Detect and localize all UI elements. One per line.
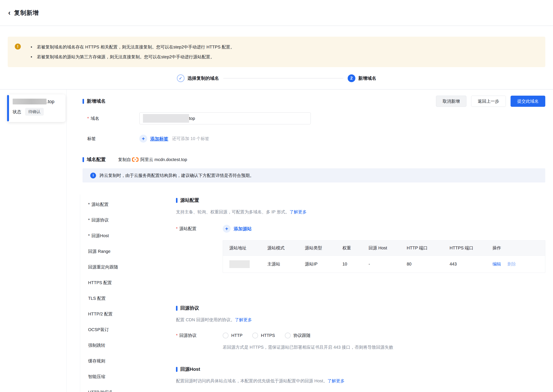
protocol-field-label-text: 回源协议 [180, 333, 197, 338]
cell-http-port: 80 [400, 256, 443, 273]
redacted-domain [13, 99, 47, 105]
radio-circle-icon [285, 333, 291, 338]
config-nav-item-force-redirect[interactable]: 强制跳转 [88, 337, 176, 353]
host-description: 配置回源时访问的具体站点域名，本配置的优先级低于源站配置中的回源 Host。了解… [176, 378, 553, 384]
config-nav-item-http-headers[interactable]: HTTP 响应头 [88, 385, 176, 392]
domain-label-text: 域名 [91, 116, 99, 121]
origin-config-block: 源站配置 支持主备、轮询、权重回源，可配置为多域名、多 IP 形式。了解更多 *… [176, 197, 553, 273]
config-nav-item-tls[interactable]: TLS 配置 [88, 291, 176, 306]
add-domain-section-title: 新增域名 [83, 98, 106, 105]
col-host: 回源 Host [362, 241, 400, 256]
warning-line: • 若被复制域名的域名存在 HTTPS 相关配置，则无法直接复制。您可以在ste… [31, 42, 235, 52]
config-nav-item-redirect-follow[interactable]: 回源重定向跟随 [88, 259, 176, 275]
config-nav-item-host[interactable]: * 回源Host [88, 228, 176, 244]
page-header: ‹ 复制新增 [0, 0, 553, 26]
domain-card[interactable]: .top 状态 待确认 [7, 94, 65, 122]
section-title-text: 回源协议 [180, 305, 199, 311]
host-block: 回源Host 配置回源时访问的具体站点域名，本配置的优先级低于源站配置中的回源 … [176, 366, 553, 384]
config-nav-label: 回源 Range [88, 249, 111, 254]
info-text: 跨云复制时，由于云服务商配置结构异构，建议确认下方配置详情是否符合预期。 [100, 173, 254, 178]
protocol-description: 配置 CDN 回源时使用的协议。了解更多 [176, 317, 553, 323]
required-marker: * [88, 202, 90, 207]
origin-field-row: * 源站配置 + 添加源站 [176, 225, 553, 233]
origin-description: 支持主备、轮询、权重回源，可配置为多域名、多 IP 形式。了解更多 [176, 209, 553, 215]
step-2[interactable]: 2 新增域名 [348, 74, 376, 82]
add-tag-button[interactable]: + 添加标签 [139, 135, 168, 143]
delete-origin-link[interactable]: 删除 [507, 262, 516, 266]
copied-from-row: 复制自 阿里云 mcdn.doctest.top [118, 157, 187, 162]
config-nav: * 源站配置 * 回源协议 * 回源Host 回源 Range 回源重定向跟随 [80, 195, 176, 392]
info-icon: i [90, 173, 96, 178]
config-detail: 源站配置 支持主备、轮询、权重回源，可配置为多域名、多 IP 形式。了解更多 *… [176, 195, 553, 392]
config-nav-item-range[interactable]: 回源 Range [88, 244, 176, 259]
radio-https[interactable]: HTTPS [252, 333, 275, 338]
config-area: * 源站配置 * 回源协议 * 回源Host 回源 Range 回源重定向跟随 [80, 195, 553, 392]
action-buttons: 取消新增 返回上一步 提交此域名 [436, 96, 545, 107]
section-title-text: 回源Host [180, 366, 200, 372]
col-origin-type: 源站类型 [299, 241, 336, 256]
section-title-text: 域名配置 [87, 156, 106, 163]
col-http-port: HTTP 端口 [400, 241, 443, 256]
cancel-add-button[interactable]: 取消新增 [436, 96, 466, 107]
tag-label-text: 标签 [87, 136, 96, 141]
host-description-text: 配置回源时访问的具体站点域名，本配置的优先级低于源站配置中的回源 Host。 [176, 378, 327, 383]
add-origin-button[interactable]: + 添加源站 [223, 225, 252, 233]
radio-https-label: HTTPS [261, 333, 275, 338]
warning-line: • 若被复制域名的源站为第三方存储源，则无法直接复制。您可以在step2中手动进… [31, 52, 235, 62]
radio-circle-icon [223, 333, 228, 338]
origin-field-label: * 源站配置 [176, 226, 223, 231]
config-nav-label: HTTPS 配置 [88, 280, 112, 286]
required-marker: * [87, 116, 89, 121]
protocol-radio-group: HTTP HTTPS 协议跟随 [223, 333, 311, 338]
host-section-title: 回源Host [176, 366, 553, 372]
config-nav-item-https[interactable]: HTTPS 配置 [88, 275, 176, 291]
config-nav-label: 强制跳转 [88, 343, 105, 348]
required-marker: * [88, 233, 90, 238]
config-nav-item-origin[interactable]: * 源站配置 [88, 197, 176, 212]
tag-hint: 还可添加 10 个标签 [172, 136, 209, 141]
step-indicator: ✓ 选择复制的域名 2 新增域名 [0, 67, 553, 90]
back-icon[interactable]: ‹ [8, 9, 11, 16]
radio-follow[interactable]: 协议跟随 [285, 333, 311, 338]
bullet-icon: • [31, 52, 32, 62]
origin-section-title: 源站配置 [176, 197, 553, 203]
config-nav-label: OCSP装订 [88, 327, 109, 333]
protocol-learn-more-link[interactable]: 了解更多 [235, 317, 252, 322]
config-nav-item-protocol[interactable]: * 回源协议 [88, 212, 176, 228]
col-origin-mode: 源站模式 [261, 241, 299, 256]
protocol-field-row: * 回源协议 HTTP HTTPS [176, 333, 553, 338]
required-marker: * [176, 226, 178, 231]
cell-origin-address [223, 256, 261, 273]
required-marker: * [176, 333, 178, 338]
config-nav-item-smart-compress[interactable]: 智能压缩 [88, 369, 176, 385]
aliyun-logo-icon [132, 157, 139, 162]
status-label: 状态 [13, 109, 21, 115]
domain-input-suffix: top [189, 116, 195, 121]
config-nav-item-ocsp[interactable]: OCSP装订 [88, 322, 176, 337]
step-1-label: 选择复制的域名 [187, 75, 219, 81]
warning-lines: • 若被复制域名的域名存在 HTTPS 相关配置，则无法直接复制。您可以在ste… [31, 42, 235, 62]
edit-origin-link[interactable]: 编辑 [492, 262, 501, 266]
domain-field-row: * 域名 top [83, 112, 553, 124]
config-nav-label: TLS 配置 [88, 295, 106, 301]
config-nav-item-http2[interactable]: HTTP/2 配置 [88, 306, 176, 322]
radio-http[interactable]: HTTP [223, 333, 242, 338]
cell-actions: 编辑 删除 [486, 256, 545, 273]
add-origin-label: 添加源站 [234, 226, 252, 232]
config-nav-item-cache-rules[interactable]: 缓存规则 [88, 353, 176, 369]
col-weight: 权重 [336, 241, 362, 256]
step-1[interactable]: ✓ 选择复制的域名 [177, 74, 219, 82]
domain-card-status: 状态 待确认 [13, 108, 65, 116]
page-title: 复制新增 [14, 9, 39, 17]
config-nav-label: 回源Host [91, 233, 109, 239]
back-step-button[interactable]: 返回上一步 [471, 96, 506, 107]
submit-domain-button[interactable]: 提交此域名 [511, 96, 545, 107]
host-learn-more-link[interactable]: 了解更多 [327, 378, 345, 383]
redacted-origin-address [229, 260, 250, 268]
title-row: 新增域名 取消新增 返回上一步 提交此域名 [83, 90, 553, 107]
domain-input[interactable]: top [139, 112, 311, 124]
origin-learn-more-link[interactable]: 了解更多 [290, 210, 307, 214]
add-tag-label: 添加标签 [150, 136, 168, 142]
cell-origin-type: 源站IP [299, 256, 336, 273]
config-nav-label: 回源重定向跟随 [88, 264, 118, 270]
